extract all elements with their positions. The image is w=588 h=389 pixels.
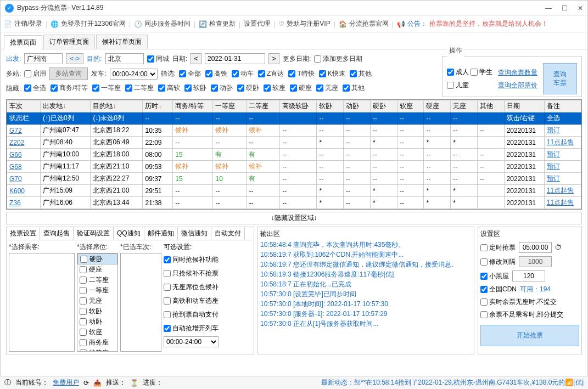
start-grab-button[interactable]: 开始抢票 bbox=[480, 325, 579, 346]
table-header[interactable]: 目的地↓ bbox=[91, 100, 143, 112]
blackroom-input[interactable] bbox=[512, 270, 545, 281]
table-header[interactable]: 历时↓ bbox=[143, 100, 173, 112]
hide-check-5[interactable]: 软卧 bbox=[184, 83, 206, 93]
subtab-0[interactable]: 抢票设置 bbox=[7, 227, 40, 240]
opt-check-5[interactable]: 自动抢增开列车 bbox=[164, 324, 219, 333]
multi-query-button[interactable]: 多站查询 bbox=[49, 67, 88, 80]
close-button[interactable]: ✕ bbox=[578, 4, 583, 12]
seat-item[interactable]: 无座 bbox=[77, 296, 117, 306]
seat-item[interactable]: 二等座 bbox=[77, 275, 117, 285]
filter-check-3[interactable]: Z直达 bbox=[258, 69, 284, 78]
add-more-date-check[interactable]: 添加更多日期 bbox=[314, 54, 362, 64]
table-header[interactable]: 动卧 bbox=[344, 100, 371, 112]
hide-check-1[interactable]: 商务/特等 bbox=[51, 83, 87, 93]
table-header[interactable]: 硬卧 bbox=[370, 100, 397, 112]
hide-check-9[interactable]: 硬座 bbox=[290, 83, 312, 93]
train-sel-listbox[interactable] bbox=[120, 253, 161, 352]
hide-check-8[interactable]: 软座 bbox=[264, 83, 285, 93]
to-input[interactable] bbox=[105, 53, 144, 64]
table-header[interactable]: 商务/特等 bbox=[173, 100, 213, 112]
seat-item[interactable]: 硬卧 bbox=[77, 253, 117, 264]
hide-check-4[interactable]: 高软 bbox=[158, 83, 180, 93]
logout-link[interactable]: 注销/登录 bbox=[14, 19, 42, 29]
table-header[interactable]: 日期 bbox=[504, 100, 544, 112]
swap-button[interactable]: <-> bbox=[66, 53, 83, 64]
open-12306-link[interactable]: 免登录打开12306官网 bbox=[61, 19, 125, 29]
minimize-button[interactable]: — bbox=[545, 4, 552, 12]
interval-check[interactable]: 修改间隔 bbox=[480, 257, 516, 267]
proxy-link[interactable]: 设置代理 bbox=[244, 19, 270, 29]
table-header[interactable]: 二等座 bbox=[247, 100, 280, 112]
timer-input[interactable] bbox=[519, 242, 552, 253]
query-remain-link[interactable]: 查询余票数量 bbox=[498, 68, 537, 77]
seat-item[interactable]: 硬座 bbox=[77, 264, 117, 275]
query-ticket-button[interactable]: 查询 车票 bbox=[543, 63, 577, 94]
check-update-link[interactable]: 检查更新 bbox=[209, 19, 236, 29]
filter-check-4[interactable]: T特快 bbox=[288, 69, 314, 78]
opt-check-0[interactable]: 同时抢候补功能 bbox=[164, 255, 219, 264]
adult-check[interactable]: 成人 bbox=[447, 67, 469, 77]
opt-check-3[interactable]: 高铁和动车选座 bbox=[164, 296, 219, 306]
hide-check-0[interactable]: 全选 bbox=[24, 83, 46, 93]
table-header[interactable]: 无座 bbox=[451, 100, 478, 112]
realtime-check[interactable]: 实时余票无座时,不提交 bbox=[480, 297, 579, 307]
table-header[interactable]: 硬座 bbox=[424, 100, 451, 112]
filter-check-6[interactable]: 其他 bbox=[350, 69, 372, 78]
opt-check-4[interactable]: 抢到票自动支付 bbox=[164, 310, 219, 319]
main-tab-1[interactable]: 订单管理页面 bbox=[43, 35, 95, 49]
subtab-3[interactable]: QQ通知 bbox=[114, 227, 144, 240]
table-header[interactable]: 软座 bbox=[397, 100, 424, 112]
maximize-button[interactable]: ☐ bbox=[562, 4, 568, 12]
enable-multi-check[interactable]: 启用 bbox=[24, 69, 46, 78]
status-row[interactable]: 状态栏(↑)已选0列(↓)未选0列--------------------双击/… bbox=[7, 112, 581, 125]
student-check[interactable]: 学生 bbox=[471, 67, 492, 77]
table-header[interactable]: 备注 bbox=[544, 100, 581, 112]
depart-select[interactable]: 00:00-24:00 bbox=[110, 69, 158, 80]
hide-check-6[interactable]: 动卧 bbox=[211, 83, 233, 93]
seat-item[interactable]: 软卧 bbox=[77, 306, 117, 317]
hide-check-2[interactable]: 一等座 bbox=[92, 83, 121, 93]
subtab-1[interactable]: 查询起售 bbox=[40, 227, 74, 240]
user-type-link[interactable]: 免费用户 bbox=[53, 378, 79, 387]
seat-item[interactable]: 软座 bbox=[77, 327, 117, 337]
date-prev-button[interactable]: < bbox=[191, 53, 201, 64]
from-input[interactable] bbox=[24, 53, 63, 64]
seat-item[interactable]: 特等座 bbox=[77, 348, 117, 352]
blackroom-check[interactable]: 小黑屋 bbox=[480, 272, 509, 281]
date-input[interactable] bbox=[205, 53, 265, 64]
table-row[interactable]: G68广州南11:17北京西21:1009:53候补候补候补----------… bbox=[7, 161, 581, 173]
seat-listbox[interactable]: 硬卧硬座二等座一等座无座软卧动卧软座商务座特等座 bbox=[77, 253, 118, 352]
subtab-2[interactable]: 验证码设置 bbox=[74, 227, 114, 240]
timer-check[interactable]: 定时抢票 bbox=[480, 243, 516, 252]
hide-check-7[interactable]: 硬卧 bbox=[237, 83, 259, 93]
table-row[interactable]: G72广州南07:47北京西18:2210:35候补候补候补----------… bbox=[7, 125, 581, 137]
sync-time-link[interactable]: 同步服务器时间 bbox=[144, 19, 191, 29]
hide-check-3[interactable]: 二等座 bbox=[125, 83, 154, 93]
subtab-6[interactable]: 自动支付 bbox=[211, 227, 245, 240]
opt-check-1[interactable]: 只抢候补不抢票 bbox=[164, 269, 219, 278]
seat-item[interactable]: 商务座 bbox=[77, 337, 117, 348]
table-header[interactable]: 其他 bbox=[477, 100, 504, 112]
main-tab-0[interactable]: 抢票页面 bbox=[4, 35, 42, 49]
opt-time-select[interactable]: 00:00-24:00 bbox=[164, 336, 219, 347]
filter-check-5[interactable]: K快速 bbox=[319, 69, 345, 78]
hide-check-11[interactable]: 其他 bbox=[343, 83, 365, 93]
hide-check-10[interactable]: 无座 bbox=[316, 83, 338, 93]
table-header[interactable]: 车次 bbox=[7, 100, 41, 112]
main-tab-2[interactable]: 候补订单页面 bbox=[96, 35, 148, 49]
table-row[interactable]: Z202广州08:40北京西06:4922:09--------*--*--**… bbox=[7, 137, 581, 149]
seat-item[interactable]: 动卧 bbox=[77, 317, 117, 327]
table-row[interactable]: K600广州15:09北京西21:0029:51--------*--*--**… bbox=[7, 185, 581, 197]
opt-check-2[interactable]: 无座席位也候补 bbox=[164, 283, 219, 292]
official-link[interactable]: 分流抢票官网 bbox=[349, 19, 389, 29]
table-row[interactable]: G66广州南10:00北京西18:0008:0015有有------------… bbox=[7, 149, 581, 161]
table-row[interactable]: G70广州南12:50北京西22:2709:371510有-----------… bbox=[7, 173, 581, 185]
table-header[interactable]: 出发地↓ bbox=[40, 100, 90, 112]
table-header[interactable]: 高级软卧 bbox=[280, 100, 317, 112]
query-price-link[interactable]: 查询全部票价 bbox=[498, 81, 537, 90]
filter-check-2[interactable]: 动车 bbox=[232, 69, 254, 78]
cdn-check[interactable]: 全国CDN bbox=[480, 285, 517, 294]
subtab-5[interactable]: 微信通知 bbox=[178, 227, 211, 240]
partial-check[interactable]: 余票不足乘客时,部分提交 bbox=[480, 310, 579, 319]
filter-check-0[interactable]: 全部 bbox=[179, 69, 201, 78]
